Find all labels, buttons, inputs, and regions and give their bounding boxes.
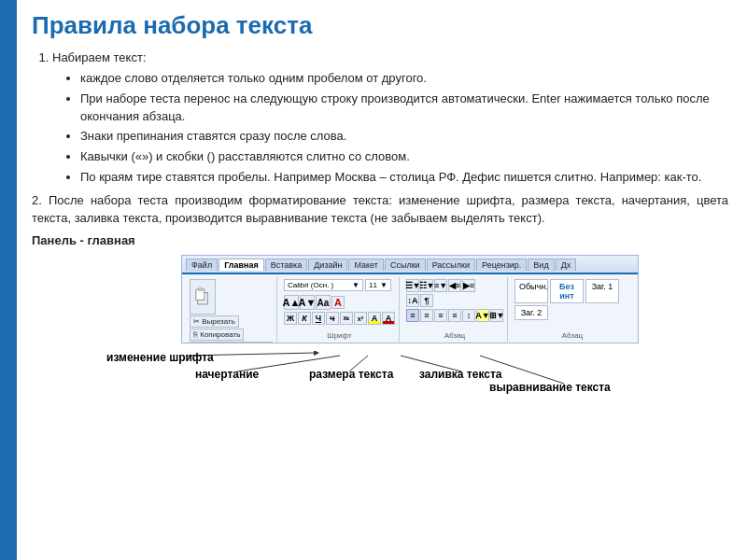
superscript-button[interactable]: x²	[354, 312, 367, 325]
label-font-change: изменение шрифта	[106, 351, 214, 364]
align-right-button[interactable]: ≡	[434, 309, 447, 322]
styles-section: Обычн. Без инт Заг. 1 Заг. 2 Абзац	[511, 277, 634, 342]
format-buttons: Ж К Ч ч x₂ x² А А	[284, 312, 395, 325]
tab-design[interactable]: Дизайн	[308, 259, 347, 271]
sidebar-accent	[0, 0, 17, 560]
content-area: Набираем текст: каждое слово отделяется …	[32, 49, 728, 249]
bold-button[interactable]: Ж	[284, 312, 297, 325]
format-painter-button[interactable]: ✎ Формат по образцу	[190, 342, 273, 343]
tab-review[interactable]: Рецензир.	[476, 259, 527, 271]
list-buttons-row: ☰▼ ☷▼ ≡▼ ◀≡ ▶≡	[406, 279, 503, 292]
shading-button[interactable]: A▼	[476, 309, 489, 322]
font-name-row: Calibri (Осн. )▼ 11▼	[284, 279, 395, 293]
paragraph-controls: ☰▼ ☷▼ ≡▼ ◀≡ ▶≡ ↕А ¶ ≡ ≡	[406, 279, 503, 322]
bullet-1: каждое слово отделяется только одним про…	[80, 70, 728, 88]
text-color-a-button[interactable]: А	[331, 296, 345, 309]
main-content: Правила набора текста Набираем текст: ка…	[17, 0, 747, 560]
font-color-bar	[383, 321, 394, 324]
label-font-size: размера текста	[309, 368, 393, 381]
bullet-5: По краям тире ставятся пробелы. Например…	[80, 169, 728, 187]
style-h1[interactable]: Заг. 1	[585, 279, 619, 303]
page-title: Правила набора текста	[32, 11, 728, 40]
clipboard-section: ✂ Вырезать ⎘ Копировать ✎ Формат по обра…	[186, 277, 277, 342]
ribbon-tabs: Файл Главная Вставка Дизайн Макет Ссылки…	[182, 256, 638, 273]
multilevel-button[interactable]: ≡▼	[434, 279, 447, 292]
style-no-space[interactable]: Без инт	[550, 279, 584, 303]
underline-button[interactable]: Ч	[312, 312, 325, 325]
sort-button[interactable]: ↕А	[406, 294, 419, 307]
style-h2[interactable]: Заг. 2	[514, 305, 548, 320]
paste-button[interactable]	[190, 279, 216, 315]
bullet-list: каждое слово отделяется только одним про…	[52, 70, 728, 187]
main-list: Набираем текст: каждое слово отделяется …	[32, 49, 728, 187]
highlight-button[interactable]: А	[368, 312, 381, 325]
font-size-dropdown[interactable]: 11▼	[365, 279, 391, 291]
tab-refs[interactable]: Ссылки	[385, 259, 426, 271]
italic-button[interactable]: К	[298, 312, 311, 325]
align-buttons-row: ≡ ≡ ≡ ≡ ↕ A▼ ⊞▼	[406, 309, 503, 322]
labels-container: изменение шрифта начертание размера текс…	[32, 351, 728, 399]
clear-format-button[interactable]: Аа	[316, 295, 331, 310]
numbering-button[interactable]: ☷▼	[420, 279, 433, 292]
bullet-4: Кавычки («») и скобки () расставляются с…	[80, 148, 728, 166]
bullet-3: Знаки препинания ставятся сразу после сл…	[80, 128, 728, 146]
section2-text: 2. После набора теста производим формати…	[32, 192, 728, 228]
tab-view[interactable]: Вид	[528, 259, 554, 271]
indent-decrease-button[interactable]: ◀≡	[448, 279, 461, 292]
decrease-font-button[interactable]: A▼	[300, 295, 315, 310]
ribbon-body: ✂ Вырезать ⎘ Копировать ✎ Формат по обра…	[182, 273, 638, 343]
bullets-button[interactable]: ☰▼	[406, 279, 419, 292]
font-name-dropdown[interactable]: Calibri (Осн. )▼	[284, 279, 363, 291]
align-left-button[interactable]: ≡	[406, 309, 419, 322]
tab-home[interactable]: Главная	[218, 259, 264, 271]
tab-insert[interactable]: Вставка	[265, 259, 307, 271]
tab-layout[interactable]: Макет	[348, 259, 383, 271]
label-style: начертание	[195, 368, 259, 381]
copy-row: ⎘ Копировать	[190, 329, 273, 341]
list-item-1: Набираем текст: каждое слово отделяется …	[52, 49, 728, 187]
sort-buttons-row: ↕А ¶	[406, 294, 503, 307]
font-section-title: Шрифт	[284, 331, 395, 340]
panel-heading: Панель - главная	[32, 232, 728, 250]
format-painter-row: ✎ Формат по образцу	[190, 342, 273, 343]
tab-mailings[interactable]: Рассылки	[427, 259, 475, 271]
increase-font-button[interactable]: A▲	[284, 295, 299, 310]
show-para-button[interactable]: ¶	[420, 294, 433, 307]
indent-increase-button[interactable]: ▶≡	[462, 279, 475, 292]
font-section: Calibri (Осн. )▼ 11▼ A▲ A▼ Аа А	[280, 277, 400, 342]
border-button[interactable]: ⊞▼	[490, 309, 503, 322]
subscript-button[interactable]: x₂	[340, 312, 353, 325]
bullet-2: При наборе теста перенос на следующую ст…	[80, 91, 728, 126]
align-center-button[interactable]: ≡	[420, 309, 433, 322]
highlight-color-bar	[369, 321, 380, 324]
tab-extra[interactable]: Дх	[556, 259, 577, 271]
font-size-buttons-row: A▲ A▼ Аа А	[284, 295, 395, 310]
label-align: выравнивание текста	[489, 381, 611, 394]
font-color-button[interactable]: А	[382, 312, 395, 325]
styles-title: Абзац	[514, 331, 630, 340]
line-spacing-button[interactable]: ↕	[462, 309, 475, 322]
label-fill: заливка текста	[419, 368, 502, 381]
ribbon-screenshot: Файл Главная Вставка Дизайн Макет Ссылки…	[181, 255, 639, 343]
style-normal[interactable]: Обычн.	[514, 279, 548, 303]
paragraph-title: Абзац	[406, 331, 503, 340]
tab-file[interactable]: Файл	[186, 259, 218, 271]
cut-button[interactable]: ✂ Вырезать	[190, 315, 239, 328]
copy-button[interactable]: ⎘ Копировать	[190, 329, 244, 341]
section1-heading: Набираем текст:	[52, 50, 147, 64]
cut-row: ✂ Вырезать	[190, 315, 273, 328]
strikethrough-button[interactable]: ч	[326, 312, 339, 325]
styles-grid: Обычн. Без инт Заг. 1 Заг. 2	[514, 279, 630, 320]
paragraph-section: ☰▼ ☷▼ ≡▼ ◀≡ ▶≡ ↕А ¶ ≡ ≡	[402, 277, 508, 342]
svg-rect-2	[199, 288, 203, 292]
clipboard-buttons: ✂ Вырезать ⎘ Копировать ✎ Формат по обра…	[190, 279, 273, 343]
font-controls: Calibri (Осн. )▼ 11▼ A▲ A▼ Аа А	[284, 279, 395, 325]
justify-button[interactable]: ≡	[448, 309, 461, 322]
paste-row	[190, 279, 273, 315]
